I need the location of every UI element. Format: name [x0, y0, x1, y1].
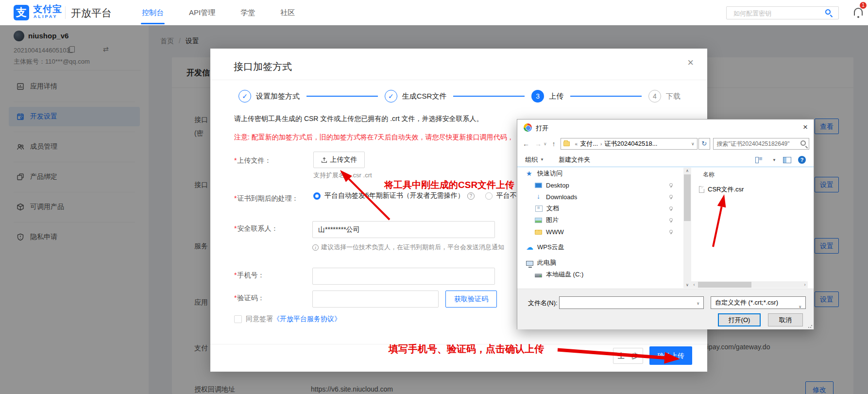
windows-open-dialog: 打开 × ← → ∨ ↑ « 支付... › 证书2024042518... ∨…	[517, 119, 814, 329]
upload-icon	[321, 157, 327, 163]
top-navbar: 支 支付宝 ALIPAY 开放平台 控制台API管理学堂社区 如何配置密钥 1	[0, 0, 868, 25]
up-icon[interactable]: ↑	[552, 140, 556, 148]
address-dropdown-icon[interactable]: ∨	[691, 141, 695, 146]
step-connector	[306, 96, 378, 97]
step-label: 设置加签方式	[256, 92, 300, 101]
cancel-button[interactable]: 取消	[768, 313, 803, 326]
tree-item-2[interactable]: Desktop	[517, 179, 683, 191]
scrollbar-thumb[interactable]	[698, 282, 751, 288]
dialog-search-input[interactable]: 搜索"证书20240425182649"	[713, 138, 809, 150]
close-icon[interactable]: ×	[687, 56, 694, 69]
folder-icon	[535, 230, 542, 235]
help-icon[interactable]: ?	[467, 192, 475, 200]
new-folder-button[interactable]: 新建文件夹	[559, 155, 590, 164]
upload-file-button[interactable]: 上传文件	[313, 152, 365, 168]
tree-item-label: 图片	[546, 216, 559, 224]
tree-item-9[interactable]: 本地磁盘 (C:)	[517, 269, 683, 280]
column-header-name[interactable]: 名称	[703, 171, 715, 179]
tree-item-1[interactable]: ★快速访问	[517, 168, 683, 179]
step-wizard: ✓设置加签方式✓生成CSR文件3上传4下载	[238, 88, 681, 104]
file-type-select[interactable]: 自定义文件 (*.crt;*.csr) ∨	[711, 296, 806, 309]
resize-grip[interactable]	[808, 324, 813, 328]
tree-item-label: WPS云盘	[537, 243, 564, 252]
annotation-confirm-note: 填写手机号、验证码，点击确认上传	[389, 343, 544, 356]
dialog-close-icon[interactable]: ×	[803, 122, 808, 132]
tree-item-6[interactable]: WWW	[517, 226, 683, 238]
scroll-up-icon[interactable]: ∧	[683, 168, 691, 174]
step-connector	[570, 96, 642, 97]
confirm-upload-button[interactable]: 确认上传	[649, 346, 692, 365]
dialog-footer: 文件名(N): ∨ 自定义文件 (*.crt;*.csr) ∨ 打开(O) 取消	[517, 289, 814, 329]
nav-tab-3[interactable]: 学堂	[228, 0, 268, 25]
security-contact-label: *安全联系人：	[234, 224, 278, 233]
verification-code-input[interactable]	[312, 291, 439, 308]
primary-nav: 控制台API管理学堂社区	[129, 0, 307, 25]
security-contact-input[interactable]: 山********公司	[312, 221, 495, 238]
scroll-down-icon[interactable]: ∨	[683, 282, 691, 288]
organize-menu[interactable]: 组织	[525, 155, 538, 164]
cert-expiry-label: *证书到期后的处理：	[234, 194, 298, 203]
bell-icon[interactable]	[854, 8, 863, 16]
dialog-navbar: ← → ∨ ↑ « 支付... › 证书2024042518... ∨ ↻ 搜索…	[517, 137, 814, 151]
wizard-step-1: ✓设置加签方式	[238, 90, 300, 103]
chevron-down-icon[interactable]: ∨	[697, 301, 699, 306]
step-connector	[453, 96, 525, 97]
tree-item-7[interactable]: ☁WPS云盘	[517, 241, 683, 253]
phone-label: *手机号：	[234, 271, 264, 280]
tree-vertical-scrollbar[interactable]: ∧ ∨	[683, 168, 691, 288]
folder-tree: ★快速访问Desktop↓Downloads文档图片WWW☁WPS云盘此电脑本地…	[517, 168, 683, 288]
tree-item-label: 文档	[546, 204, 559, 213]
history-dropdown-icon[interactable]: ∨	[544, 141, 547, 146]
open-button[interactable]: 打开(O)	[718, 313, 761, 326]
pin-icon	[669, 218, 673, 222]
tree-item-5[interactable]: 图片	[517, 214, 683, 226]
view-mode-icon[interactable]	[755, 156, 763, 163]
file-list-horizontal-scrollbar[interactable]: ‹ ›	[691, 281, 808, 288]
filename-label: 文件名(N):	[528, 299, 558, 308]
wizard-step-4: 4下载	[648, 90, 681, 103]
help-icon[interactable]: ?	[798, 156, 806, 164]
file-item-csr[interactable]: CSR文件.csr	[699, 185, 744, 194]
agreement-text: 同意签署	[246, 315, 273, 324]
previous-step-button[interactable]: 上一步	[613, 348, 643, 364]
agreement-link[interactable]: 《开放平台服务协议》	[273, 315, 341, 324]
tree-item-8[interactable]: 此电脑	[517, 257, 683, 269]
address-bar[interactable]: « 支付... › 证书2024042518... ∨	[561, 138, 698, 150]
file-icon	[699, 186, 704, 193]
navbar-search-input[interactable]: 如何配置密钥	[726, 6, 839, 19]
desktop-icon	[535, 183, 542, 188]
step-check-icon: ✓	[238, 90, 251, 103]
filename-input[interactable]: ∨	[559, 296, 704, 309]
tree-item-3[interactable]: ↓Downloads	[517, 191, 683, 203]
dialog-title: 打开	[536, 124, 548, 133]
get-code-button[interactable]: 获取验证码	[445, 291, 497, 308]
search-icon[interactable]	[825, 9, 831, 15]
tree-item-label: WWW	[546, 228, 564, 236]
back-icon[interactable]: ←	[523, 140, 529, 148]
nav-tab-2[interactable]: API管理	[176, 0, 228, 25]
preview-pane-icon[interactable]	[783, 157, 791, 163]
step-number: 4	[648, 90, 661, 103]
file-name: CSR文件.csr	[708, 185, 744, 194]
scroll-right-icon[interactable]: ›	[802, 281, 808, 288]
pic-icon	[535, 218, 542, 223]
tree-item-4[interactable]: 文档	[517, 203, 683, 214]
radio-auto-renew[interactable]	[313, 192, 321, 200]
nav-tab-4[interactable]: 社区	[268, 0, 307, 25]
chrome-icon	[524, 123, 532, 132]
scrollbar-thumb[interactable]	[684, 174, 691, 221]
refresh-icon[interactable]: ↻	[698, 138, 710, 150]
radio-auto-renew-label: 平台自动签发5年期新证书（开发者无需操作）	[324, 191, 464, 200]
nav-tab-1[interactable]: 控制台	[129, 0, 176, 25]
radio-no-auto-renew[interactable]	[485, 192, 493, 200]
alipay-logo-icon: 支	[14, 5, 29, 20]
pin-icon	[669, 206, 673, 210]
scroll-left-icon[interactable]: ‹	[691, 281, 697, 288]
phone-input[interactable]	[312, 268, 495, 285]
agreement-checkbox[interactable]	[234, 315, 242, 323]
forward-icon[interactable]: →	[535, 140, 542, 148]
path-segment[interactable]: 证书2024042518...	[604, 139, 657, 148]
dialog-titlebar[interactable]: 打开 ×	[517, 120, 814, 136]
security-contact-hint: i 建议选择一位技术负责人，在证书到期前后，平台会发送消息通知	[312, 243, 504, 252]
path-segment[interactable]: 支付...	[580, 139, 598, 148]
